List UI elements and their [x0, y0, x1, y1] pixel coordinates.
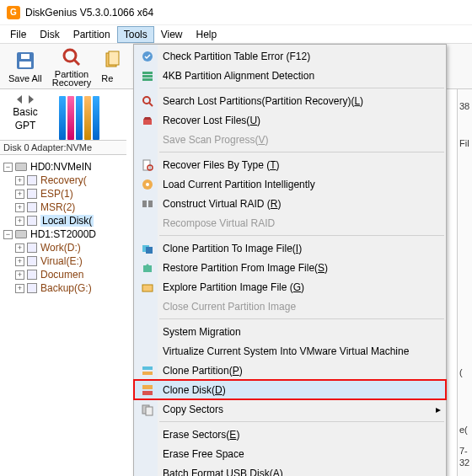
disk-info-line: Disk 0 Adapter:NVMe	[0, 140, 126, 155]
disk-tree[interactable]: −HD0:NVMeIN +Recovery( +ESP(1) +MSR(2) +…	[0, 155, 126, 476]
restore-icon	[137, 259, 158, 276]
blank-icon	[137, 465, 158, 477]
arrow-left-icon[interactable]	[14, 94, 24, 104]
svg-rect-11	[142, 75, 153, 78]
menu-help[interactable]: Help	[190, 26, 224, 43]
menu-partition[interactable]: Partition	[67, 26, 117, 43]
window-title: DiskGenius V5.3.0.1066 x64	[25, 7, 153, 19]
svg-rect-28	[142, 385, 153, 389]
basic-label: Basic	[13, 106, 37, 118]
gpt-label: GPT	[15, 120, 36, 131]
partition-recovery-button[interactable]: Partition Recovery	[49, 44, 94, 88]
search-icon	[137, 93, 158, 110]
blank-icon	[137, 426, 158, 443]
svg-rect-20	[142, 201, 147, 207]
filetype-icon	[137, 157, 158, 174]
svg-rect-15	[143, 120, 152, 125]
copysec-icon	[137, 401, 158, 418]
magnifier-icon	[60, 45, 83, 69]
blank-icon	[137, 324, 158, 340]
save-icon	[13, 49, 37, 72]
menu-item-0[interactable]: Check Partition Table Error (F12)	[134, 46, 446, 66]
menu-item-10[interactable]: Restore Partition From Image File(S)	[134, 258, 446, 277]
menu-item-17[interactable]: Copy Sectors▸	[134, 399, 446, 419]
blank-icon	[137, 446, 158, 463]
files-icon	[101, 49, 125, 72]
menu-item-14[interactable]: Virtualize Current System Into VMware Vi…	[134, 341, 446, 361]
drive-icon	[15, 163, 27, 171]
right-edge-fragments: 38 Fil ( e( 7- 32	[457, 89, 472, 476]
left-side-panel: Basic GPT	[0, 89, 51, 140]
blank-icon	[137, 343, 158, 360]
svg-marker-8	[29, 95, 34, 104]
recover-icon	[137, 112, 158, 129]
menu-item-5[interactable]: Recover Files By Type (T)	[134, 155, 446, 174]
svg-rect-24	[143, 265, 152, 272]
menu-item-7[interactable]: Construct Virtual RAID (R)	[134, 194, 446, 213]
svg-line-14	[149, 103, 153, 106]
menu-item-1[interactable]: 4KB Partition Alignment Detection	[134, 66, 446, 85]
svg-rect-12	[142, 78, 153, 81]
blank-icon	[137, 131, 158, 148]
svg-rect-1	[19, 62, 31, 67]
svg-rect-25	[142, 285, 153, 291]
svg-rect-2	[21, 54, 30, 59]
toolbar-partial-button[interactable]: Re	[98, 47, 128, 85]
explore-icon	[137, 279, 158, 296]
svg-point-3	[64, 50, 76, 62]
menu-item-8: Recompose Virtual RAID	[134, 213, 446, 233]
menu-item-4: Save Scan Progress(V)	[134, 130, 446, 149]
titlebar: G DiskGenius V5.3.0.1066 x64	[0, 0, 472, 25]
svg-rect-21	[148, 201, 153, 207]
svg-rect-23	[146, 247, 153, 254]
menu-disk[interactable]: Disk	[33, 26, 66, 43]
menu-item-13[interactable]: System Migration	[134, 322, 446, 341]
save-all-button[interactable]: Save All	[5, 47, 46, 85]
expander-icon[interactable]: −	[3, 163, 13, 172]
menu-item-20[interactable]: Batch Format USB Disk(A)	[134, 463, 446, 476]
menu-item-15[interactable]: Clone Partition(P)	[134, 361, 446, 380]
svg-marker-7	[17, 95, 22, 104]
clonedisk-icon	[137, 382, 158, 398]
clonepart-icon	[137, 362, 158, 379]
svg-point-19	[146, 183, 149, 186]
load-icon	[137, 176, 158, 193]
menu-item-11[interactable]: Explore Partition Image File (G)	[134, 277, 446, 297]
nav-arrows[interactable]	[14, 94, 36, 104]
tools-dropdown: Check Partition Table Error (F12)4KB Par…	[133, 44, 447, 476]
menu-item-2[interactable]: Search Lost Partitions(Partition Recover…	[134, 91, 446, 110]
app-icon: G	[7, 6, 20, 19]
arrow-right-icon[interactable]	[26, 94, 36, 104]
menu-item-9[interactable]: Clone Partition To Image File(I)	[134, 238, 446, 258]
blank-icon	[137, 298, 158, 315]
menu-item-19[interactable]: Erase Free Space	[134, 444, 446, 463]
svg-line-4	[74, 60, 79, 65]
menu-view[interactable]: View	[154, 26, 190, 43]
menu-item-12: Close Current Partition Image	[134, 297, 446, 316]
submenu-arrow-icon: ▸	[436, 404, 441, 415]
blank-icon	[137, 215, 158, 232]
raid-icon	[137, 195, 158, 212]
menu-file[interactable]: File	[3, 26, 33, 43]
svg-rect-31	[146, 407, 153, 415]
check-icon	[137, 48, 158, 65]
svg-rect-6	[109, 51, 119, 65]
svg-rect-10	[142, 72, 153, 74]
cloneimg-icon	[137, 240, 158, 257]
menu-item-18[interactable]: Erase Sectors(E)	[134, 425, 446, 444]
svg-rect-29	[142, 391, 153, 395]
align-icon	[137, 67, 158, 84]
menu-tools[interactable]: Tools	[117, 26, 154, 43]
svg-rect-26	[142, 366, 153, 370]
menu-item-6[interactable]: Load Current Partition Intelligently	[134, 174, 446, 194]
svg-point-13	[143, 97, 150, 104]
menu-item-3[interactable]: Recover Lost Files(U)	[134, 110, 446, 130]
menubar: File Disk Partition Tools View Help	[0, 25, 472, 44]
menu-item-16[interactable]: Clone Disk(D)	[134, 380, 446, 399]
partition-bars[interactable]	[56, 91, 103, 140]
selected-tree-item[interactable]: Local Disk(	[40, 215, 94, 227]
svg-rect-27	[142, 372, 153, 375]
